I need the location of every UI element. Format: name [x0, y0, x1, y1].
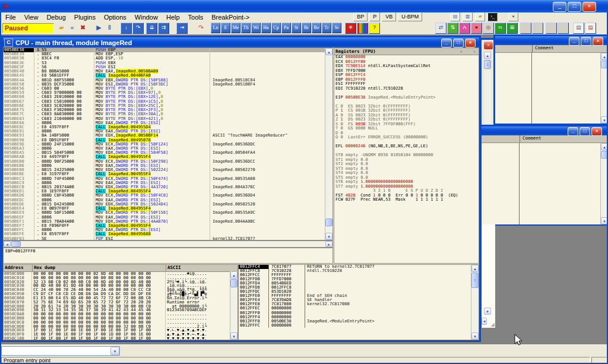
register-line[interactable]: FCW 027F Prec NEAR,53 Mask 1 1 1 1 1 1: [334, 198, 479, 202]
dump-row[interactable]: 0050C1001F 00 1F 00 1F 00 1F 00 1F 00 1F…: [4, 337, 238, 340]
restore-button[interactable]: □: [581, 37, 591, 46]
toolbar-tab-tr[interactable]: Tr: [322, 23, 331, 33]
open-folder-icon[interactable]: ▰: [475, 12, 485, 21]
menu-options[interactable]: Options: [100, 13, 131, 21]
execute-till-return-button[interactable]: ⇥: [176, 23, 188, 34]
plugin-button-bp[interactable]: BP: [353, 12, 368, 21]
chevron-down-icon[interactable]: ▾: [110, 347, 119, 355]
disasm-row[interactable]: 0050BEFE.E8 8597F8FFCALL ImageRed.004956…: [4, 232, 325, 236]
help-button[interactable]: ?: [369, 23, 380, 34]
disasm-row[interactable]: 0050BED6.8B0D C8F45000MOV ECX,DWORD PTR …: [4, 194, 325, 198]
settings-gear-button[interactable]: ✳: [345, 23, 356, 34]
plugin-button-vb[interactable]: VB: [382, 12, 396, 21]
go-to-address-button[interactable]: ↷: [196, 23, 206, 33]
report-button[interactable]: ▤: [573, 23, 584, 34]
minimize-button[interactable]: _: [553, 2, 566, 12]
cpu-restore-button[interactable]: □: [453, 39, 464, 48]
disasm-vscrollbar[interactable]: ▴ ▾: [325, 48, 332, 240]
stack-row[interactable]: 0012FFFC00000000: [239, 324, 479, 328]
scroll-up-icon[interactable]: ▴: [325, 48, 332, 55]
empty-list-area[interactable]: ▴ ▾: [495, 53, 608, 124]
blank-button[interactable]: [520, 23, 531, 34]
stack-vscrollbar[interactable]: ▴ ≡ ▾: [471, 265, 479, 340]
toolbar-tab-th[interactable]: Th: [241, 23, 251, 33]
animate-into-button[interactable]: ⇊: [146, 23, 157, 34]
restart-button[interactable]: «: [67, 23, 77, 33]
minimize-button[interactable]: _: [568, 127, 578, 136]
window-titlebar[interactable]: _ □ ×: [482, 126, 608, 135]
header-col-blank[interactable]: [482, 135, 520, 143]
scroll-track[interactable]: [484, 70, 491, 124]
header-col-comment[interactable]: Comment: [520, 135, 542, 143]
book-icon[interactable]: ▥: [463, 12, 473, 21]
header-col-blank[interactable]: [495, 45, 533, 52]
dump-vscrollbar[interactable]: ▴ ▾: [230, 271, 238, 340]
restore-button[interactable]: □: [580, 127, 590, 136]
spiral-button[interactable]: ◎: [483, 23, 494, 34]
scroll-left-icon[interactable]: ◂: [482, 318, 487, 325]
stack-scroll-thumb[interactable]: ≡: [471, 273, 479, 288]
blank-button[interactable]: [546, 23, 557, 34]
scroll-left-icon[interactable]: ◂: [4, 241, 11, 247]
register-line[interactable]: O 0 LastErr ERROR_SUCCESS (00000000): [334, 135, 479, 140]
grid-window-button[interactable]: ⊞: [506, 23, 518, 34]
plugin-close-button[interactable]: ×: [508, 12, 518, 21]
close-button[interactable]: ×: [591, 127, 602, 136]
scroll-down-icon[interactable]: ▾: [325, 233, 332, 240]
disasm-row[interactable]: 0050BEB0.8B0D 98F25000MOV ECX,DWORD PTR …: [4, 160, 325, 164]
close-button[interactable]: ×: [582, 2, 596, 12]
scroll-thumb[interactable]: ≡: [484, 60, 491, 69]
animate-over-button[interactable]: ⇉: [158, 23, 169, 34]
toolbar-tab-ln[interactable]: Ln: [211, 23, 220, 33]
toolbar-tab-ha[interactable]: Ha: [261, 23, 271, 33]
minimize-button[interactable]: _: [569, 37, 580, 46]
menu-file[interactable]: File: [1, 13, 20, 21]
list-header[interactable]: Comment: [482, 135, 608, 143]
stack-pane[interactable]: 0012FFC47C817077RETURN to kernel32.7C817…: [238, 264, 479, 340]
toolbar-tab-wi[interactable]: Wi: [251, 23, 261, 33]
disasm-scroll-thumb[interactable]: [325, 219, 332, 226]
swap-arrows-button[interactable]: ⇄: [435, 23, 446, 34]
resize-grip[interactable]: ◢: [491, 322, 495, 327]
close-program-button[interactable]: ✖: [78, 23, 88, 33]
menu-plugins[interactable]: Plugins: [70, 13, 100, 21]
command-combobox[interactable]: ▾: [1, 346, 120, 356]
menu-window[interactable]: Window: [131, 13, 162, 21]
scroll-up-icon[interactable]: ▴: [471, 265, 479, 272]
plugin-button-p[interactable]: P: [369, 12, 380, 21]
scroll-right-icon[interactable]: ▸: [325, 241, 332, 247]
register-line[interactable]: EIP 0050BE38 ImageRed.<ModuleEntryPoint>: [334, 96, 479, 100]
register-line[interactable]: T 0 GS 0000 NULL: [334, 126, 479, 131]
step-over-button[interactable]: ↷: [132, 23, 144, 34]
header-col-comment[interactable]: Comment: [533, 45, 554, 52]
pause-button[interactable]: Ⅱ: [104, 23, 115, 33]
toolbar-tab-re[interactable]: Re: [312, 23, 321, 33]
cpu-close-button[interactable]: ×: [465, 39, 476, 48]
open-file-button[interactable]: ▰: [56, 23, 66, 33]
disasm-row[interactable]: 0050BE3E.53PUSH EBX: [4, 61, 325, 65]
disasm-row[interactable]: 0050BE38$55PUSH EBP: [4, 48, 325, 52]
dump-scroll-thumb[interactable]: [230, 279, 238, 287]
menu-breakpoint[interactable]: BreakPoint->: [207, 13, 254, 21]
menu-tools[interactable]: Tools: [184, 13, 208, 21]
dump-col-ascii[interactable]: ASCII: [166, 265, 238, 271]
run-button[interactable]: ▶: [94, 23, 104, 33]
empty-list-area[interactable]: ▴ ▾: [482, 143, 608, 224]
scroll-up-icon[interactable]: ▴: [484, 52, 491, 59]
binary-button[interactable]: 01: [495, 23, 506, 34]
command-input[interactable]: [2, 347, 110, 355]
dump-col-hex[interactable]: Hex dump: [33, 265, 166, 271]
assembler-button[interactable]: A: [459, 23, 470, 34]
restore-button[interactable]: □: [568, 2, 581, 12]
disassembly-pane[interactable]: 0050BE38$55PUSH EBP0050BE39.8BECMOV EBP,…: [3, 48, 333, 240]
window-titlebar[interactable]: _ □ ×: [495, 36, 608, 45]
disasm-row[interactable]: 0050BEF7.E8 F896F8FFCALL ImageRed.004955…: [4, 224, 325, 228]
scroll-down-icon[interactable]: ▾: [471, 333, 479, 340]
toolbar-tab-sr[interactable]: Sr: [332, 23, 341, 33]
updown-button[interactable]: ⇅: [447, 23, 458, 34]
breakpoint-dot-button[interactable]: ●: [471, 23, 482, 34]
collapse-chevron-icon[interactable]: ‹ ‹: [460, 49, 479, 54]
cpu-window-titlebar[interactable]: C CPU - main thread, module ImageRed _ □…: [3, 37, 479, 48]
disasm-hscrollbar[interactable]: ◂ ▸: [3, 240, 333, 248]
close-button[interactable]: ×: [483, 41, 493, 50]
